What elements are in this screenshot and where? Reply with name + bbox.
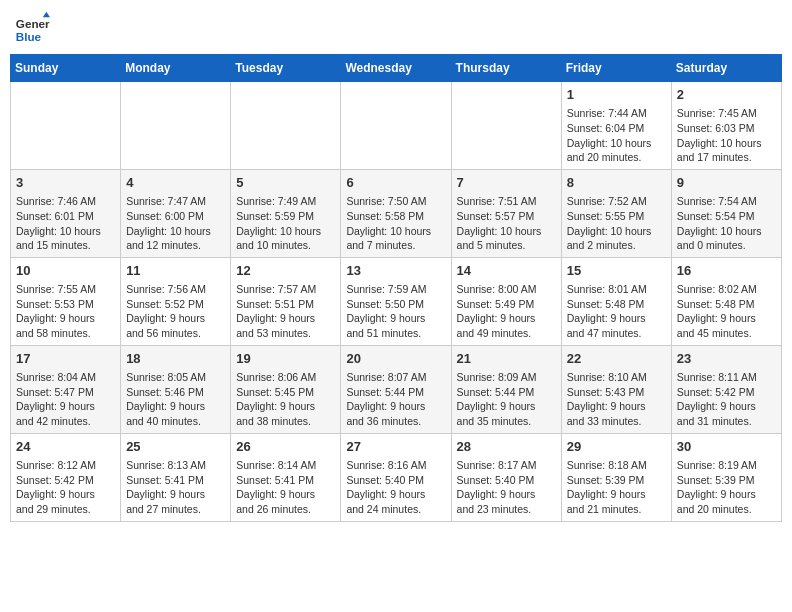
day-info: Sunset: 5:51 PM xyxy=(236,297,335,312)
calendar-cell: 10Sunrise: 7:55 AMSunset: 5:53 PMDayligh… xyxy=(11,257,121,345)
calendar-cell: 11Sunrise: 7:56 AMSunset: 5:52 PMDayligh… xyxy=(121,257,231,345)
day-info: Daylight: 10 hours and 5 minutes. xyxy=(457,224,556,253)
calendar-cell: 16Sunrise: 8:02 AMSunset: 5:48 PMDayligh… xyxy=(671,257,781,345)
day-info: Daylight: 9 hours and 23 minutes. xyxy=(457,487,556,516)
day-info: Daylight: 9 hours and 42 minutes. xyxy=(16,399,115,428)
day-number: 6 xyxy=(346,174,445,192)
day-info: Sunset: 5:54 PM xyxy=(677,209,776,224)
weekday-header: Saturday xyxy=(671,55,781,82)
page-header: General Blue xyxy=(10,10,782,46)
day-info: Sunrise: 7:49 AM xyxy=(236,194,335,209)
day-info: Sunset: 5:40 PM xyxy=(346,473,445,488)
day-info: Daylight: 9 hours and 49 minutes. xyxy=(457,311,556,340)
day-info: Daylight: 9 hours and 29 minutes. xyxy=(16,487,115,516)
day-info: Sunrise: 7:51 AM xyxy=(457,194,556,209)
day-number: 4 xyxy=(126,174,225,192)
day-info: Sunrise: 8:05 AM xyxy=(126,370,225,385)
day-info: Sunset: 5:57 PM xyxy=(457,209,556,224)
day-info: Daylight: 9 hours and 47 minutes. xyxy=(567,311,666,340)
calendar-cell: 8Sunrise: 7:52 AMSunset: 5:55 PMDaylight… xyxy=(561,169,671,257)
calendar-body: 1Sunrise: 7:44 AMSunset: 6:04 PMDaylight… xyxy=(11,82,782,522)
calendar-cell xyxy=(11,82,121,170)
day-info: Sunrise: 8:13 AM xyxy=(126,458,225,473)
day-info: Sunset: 5:45 PM xyxy=(236,385,335,400)
day-number: 13 xyxy=(346,262,445,280)
weekday-row: SundayMondayTuesdayWednesdayThursdayFrid… xyxy=(11,55,782,82)
calendar-cell: 15Sunrise: 8:01 AMSunset: 5:48 PMDayligh… xyxy=(561,257,671,345)
day-info: Sunset: 6:04 PM xyxy=(567,121,666,136)
calendar-cell: 9Sunrise: 7:54 AMSunset: 5:54 PMDaylight… xyxy=(671,169,781,257)
day-number: 21 xyxy=(457,350,556,368)
calendar-header: SundayMondayTuesdayWednesdayThursdayFrid… xyxy=(11,55,782,82)
calendar-cell: 28Sunrise: 8:17 AMSunset: 5:40 PMDayligh… xyxy=(451,433,561,521)
day-number: 2 xyxy=(677,86,776,104)
day-info: Sunset: 5:53 PM xyxy=(16,297,115,312)
day-number: 7 xyxy=(457,174,556,192)
calendar-cell xyxy=(231,82,341,170)
day-info: Sunrise: 7:55 AM xyxy=(16,282,115,297)
day-number: 18 xyxy=(126,350,225,368)
day-number: 20 xyxy=(346,350,445,368)
day-info: Daylight: 9 hours and 21 minutes. xyxy=(567,487,666,516)
day-info: Daylight: 9 hours and 56 minutes. xyxy=(126,311,225,340)
day-info: Sunrise: 7:54 AM xyxy=(677,194,776,209)
day-info: Sunrise: 7:56 AM xyxy=(126,282,225,297)
day-info: Daylight: 10 hours and 20 minutes. xyxy=(567,136,666,165)
svg-text:Blue: Blue xyxy=(16,30,42,43)
calendar-cell: 22Sunrise: 8:10 AMSunset: 5:43 PMDayligh… xyxy=(561,345,671,433)
day-info: Sunset: 5:52 PM xyxy=(126,297,225,312)
day-number: 1 xyxy=(567,86,666,104)
day-info: Daylight: 9 hours and 40 minutes. xyxy=(126,399,225,428)
day-number: 10 xyxy=(16,262,115,280)
calendar-cell: 14Sunrise: 8:00 AMSunset: 5:49 PMDayligh… xyxy=(451,257,561,345)
day-info: Sunset: 5:59 PM xyxy=(236,209,335,224)
day-info: Sunrise: 8:02 AM xyxy=(677,282,776,297)
day-info: Sunrise: 8:14 AM xyxy=(236,458,335,473)
day-info: Daylight: 10 hours and 7 minutes. xyxy=(346,224,445,253)
calendar-cell: 7Sunrise: 7:51 AMSunset: 5:57 PMDaylight… xyxy=(451,169,561,257)
day-info: Daylight: 9 hours and 53 minutes. xyxy=(236,311,335,340)
day-info: Sunrise: 8:10 AM xyxy=(567,370,666,385)
day-info: Sunset: 5:48 PM xyxy=(567,297,666,312)
calendar-cell: 17Sunrise: 8:04 AMSunset: 5:47 PMDayligh… xyxy=(11,345,121,433)
day-number: 26 xyxy=(236,438,335,456)
weekday-header: Wednesday xyxy=(341,55,451,82)
day-number: 8 xyxy=(567,174,666,192)
day-info: Sunset: 5:39 PM xyxy=(567,473,666,488)
weekday-header: Thursday xyxy=(451,55,561,82)
day-info: Sunrise: 8:04 AM xyxy=(16,370,115,385)
day-info: Daylight: 9 hours and 58 minutes. xyxy=(16,311,115,340)
weekday-header: Friday xyxy=(561,55,671,82)
day-info: Sunset: 5:42 PM xyxy=(16,473,115,488)
day-info: Daylight: 9 hours and 26 minutes. xyxy=(236,487,335,516)
day-info: Sunrise: 8:19 AM xyxy=(677,458,776,473)
day-info: Daylight: 9 hours and 38 minutes. xyxy=(236,399,335,428)
day-info: Sunrise: 7:52 AM xyxy=(567,194,666,209)
day-info: Daylight: 9 hours and 36 minutes. xyxy=(346,399,445,428)
calendar-cell: 2Sunrise: 7:45 AMSunset: 6:03 PMDaylight… xyxy=(671,82,781,170)
day-number: 15 xyxy=(567,262,666,280)
day-info: Sunset: 5:41 PM xyxy=(236,473,335,488)
day-info: Sunset: 5:42 PM xyxy=(677,385,776,400)
day-number: 12 xyxy=(236,262,335,280)
day-info: Daylight: 9 hours and 31 minutes. xyxy=(677,399,776,428)
calendar-cell: 21Sunrise: 8:09 AMSunset: 5:44 PMDayligh… xyxy=(451,345,561,433)
weekday-header: Tuesday xyxy=(231,55,341,82)
calendar-cell: 26Sunrise: 8:14 AMSunset: 5:41 PMDayligh… xyxy=(231,433,341,521)
day-info: Daylight: 10 hours and 2 minutes. xyxy=(567,224,666,253)
day-number: 5 xyxy=(236,174,335,192)
calendar-cell: 3Sunrise: 7:46 AMSunset: 6:01 PMDaylight… xyxy=(11,169,121,257)
calendar-cell: 4Sunrise: 7:47 AMSunset: 6:00 PMDaylight… xyxy=(121,169,231,257)
day-number: 29 xyxy=(567,438,666,456)
day-info: Sunset: 5:43 PM xyxy=(567,385,666,400)
day-info: Sunrise: 8:11 AM xyxy=(677,370,776,385)
day-info: Sunrise: 8:00 AM xyxy=(457,282,556,297)
calendar-cell: 27Sunrise: 8:16 AMSunset: 5:40 PMDayligh… xyxy=(341,433,451,521)
calendar-table: SundayMondayTuesdayWednesdayThursdayFrid… xyxy=(10,54,782,522)
calendar-cell: 29Sunrise: 8:18 AMSunset: 5:39 PMDayligh… xyxy=(561,433,671,521)
day-info: Sunrise: 8:01 AM xyxy=(567,282,666,297)
day-info: Sunrise: 8:17 AM xyxy=(457,458,556,473)
calendar-cell: 18Sunrise: 8:05 AMSunset: 5:46 PMDayligh… xyxy=(121,345,231,433)
day-info: Sunrise: 8:18 AM xyxy=(567,458,666,473)
day-info: Sunrise: 7:46 AM xyxy=(16,194,115,209)
